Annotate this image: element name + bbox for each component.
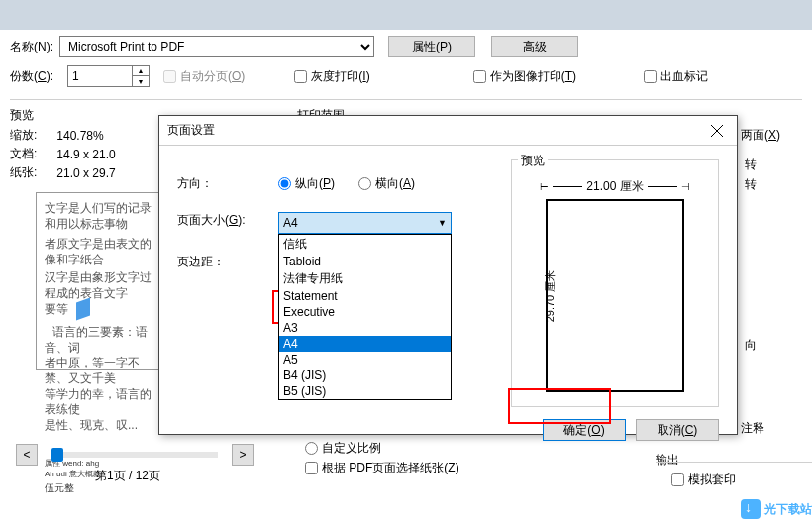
collate-checkbox[interactable]: 自动分页(O)	[163, 68, 245, 85]
portrait-radio[interactable]: 纵向(P)	[278, 175, 335, 192]
copies-label: 份数(C):	[10, 68, 53, 85]
print-as-image-checkbox[interactable]: 作为图像打印(T)	[473, 68, 576, 85]
dialog-title: 页面设置	[167, 122, 215, 139]
name-label: 名称(N):	[10, 39, 53, 55]
option-a4[interactable]: A4	[279, 336, 451, 352]
zoom-label: 缩放:	[10, 127, 37, 144]
copies-down[interactable]: ▼	[133, 76, 149, 86]
watermark: 光下载站	[741, 499, 812, 519]
advanced-button[interactable]: 高级	[491, 36, 578, 57]
preview-section-label: 预览	[10, 107, 34, 124]
option-executive[interactable]: Executive	[279, 304, 451, 320]
cancel-button[interactable]: 取消(C)	[636, 419, 719, 441]
page-slider-thumb[interactable]	[51, 448, 63, 462]
page-size-dropdown-list: 信纸 Tabloid 法律专用纸 Statement Executive A3 …	[278, 234, 452, 400]
annotation-label: 注释	[741, 420, 764, 437]
margin-label: 页边距：	[177, 254, 272, 270]
page-thumbnail: 文字是人们写的记录和用以标志事物 者原文字是由表文的像和字纸合 汉字是由象形文字…	[36, 192, 164, 370]
doc-value: 14.9 x 21.0	[56, 148, 115, 161]
duplex-label: 两面(X)	[741, 128, 780, 142]
close-button[interactable]	[697, 116, 737, 146]
printer-select[interactable]: Microsoft Print to PDF	[59, 36, 374, 57]
grayscale-checkbox[interactable]: 灰度打印(I)	[294, 68, 369, 85]
paper-value: 21.0 x 29.7	[56, 166, 115, 180]
option-statement[interactable]: Statement	[279, 288, 451, 304]
zoom-value: 140.78%	[56, 129, 103, 143]
preview-label: 预览	[518, 153, 548, 169]
paper-label: 纸张:	[10, 164, 37, 181]
orientation-label: 方向：	[177, 175, 272, 192]
page-size-label: 页面大小(G):	[177, 212, 272, 229]
option-a5[interactable]: A5	[279, 352, 451, 368]
copies-input[interactable]	[67, 65, 133, 87]
option-b4[interactable]: B4 (JIS)	[279, 368, 451, 383]
ok-button[interactable]: 确定(O)	[543, 419, 626, 441]
option-a3[interactable]: A3	[279, 320, 451, 336]
copies-up[interactable]: ▲	[133, 66, 149, 76]
landscape-radio[interactable]: 横向(A)	[358, 175, 415, 192]
width-dimension: 21.00 厘米	[586, 178, 643, 195]
bleed-checkbox[interactable]: 出血标记	[644, 68, 708, 85]
preview-page-rect	[546, 199, 684, 392]
download-icon	[741, 499, 761, 519]
doc-label: 文档:	[10, 146, 37, 162]
close-icon	[711, 125, 723, 137]
properties-button[interactable]: 属性(P)	[388, 36, 475, 57]
partial-text-1: 转	[745, 157, 757, 173]
prev-page-button[interactable]: <	[16, 444, 38, 466]
page-counter: 第1页 / 12页	[95, 468, 160, 484]
partial-text-2: 转	[745, 176, 757, 193]
simulate-overprint-checkbox[interactable]: 模拟套印	[671, 472, 736, 488]
option-b5[interactable]: B5 (JIS)	[279, 383, 451, 399]
pdf-paper-checkbox[interactable]: 根据 PDF页面选择纸张(Z)	[305, 460, 459, 476]
option-legal[interactable]: 法律专用纸	[279, 269, 451, 288]
chevron-down-icon: ▼	[438, 218, 447, 228]
partial-text-3: 向	[745, 337, 757, 354]
option-tabloid[interactable]: Tabloid	[279, 254, 451, 269]
page-size-select[interactable]: A4 ▼	[278, 212, 452, 234]
page-setup-dialog: 页面设置 方向： 纵向(P) 横向(A) 页面大小(G): A4 ▼ 信纸	[158, 115, 738, 435]
option-letter[interactable]: 信纸	[279, 235, 451, 254]
